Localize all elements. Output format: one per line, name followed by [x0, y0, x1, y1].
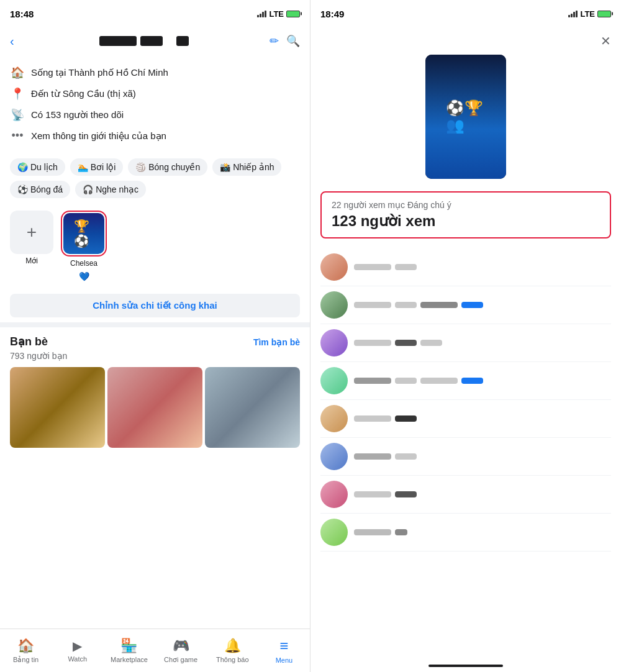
tag-travel[interactable]: 🌍 Du lịch	[10, 158, 65, 176]
find-friends-link[interactable]: Tìm bạn bè	[253, 337, 300, 347]
tag-volleyball[interactable]: 🏐 Bóng chuyền	[128, 158, 207, 176]
chelsea-label: Chelsea	[70, 259, 97, 268]
name-block	[354, 453, 391, 460]
highlight-chelsea[interactable]: Chelsea 💙	[61, 211, 107, 281]
friend-photo-1[interactable]	[10, 367, 105, 448]
viewer-item-3[interactable]	[320, 324, 611, 362]
name-block-sm	[395, 491, 417, 497]
right-signal-icon	[568, 11, 578, 17]
plus-icon: +	[27, 222, 37, 242]
viewer-info-8	[354, 529, 407, 535]
tab-menu[interactable]: ≡ Menu	[258, 632, 310, 669]
right-status-bar: 18:49 LTE	[310, 0, 621, 27]
right-battery-icon	[597, 11, 611, 17]
friends-header: Bạn bè Tìm bạn bè	[10, 335, 300, 348]
viewer-name-blocks-7	[354, 491, 417, 497]
edit-public-details-button[interactable]: Chỉnh sửa chi tiết công khai	[10, 294, 300, 317]
highlight-new[interactable]: + Mới	[10, 211, 53, 281]
stats-box: 22 người xem mục Đáng chú ý 123 người xe…	[320, 191, 611, 238]
home-icon: 🏠	[10, 66, 25, 79]
music-emoji: 🎧	[83, 184, 93, 194]
viewer-name-blocks-1	[354, 264, 417, 270]
viewer-name-blocks-3	[354, 340, 442, 346]
tag-football-label: Bóng đá	[30, 184, 63, 194]
more-info[interactable]: ••• Xem thông tin giới thiệu của bạn	[10, 125, 300, 146]
left-nav-bar: ‹ ✏ 🔍	[0, 27, 310, 55]
divider	[0, 322, 310, 327]
viewers-total-count: 123 người xem	[332, 212, 600, 230]
tag-volleyball-label: Bóng chuyền	[148, 162, 200, 172]
football-emoji: ⚽	[17, 184, 28, 194]
add-highlight-button[interactable]: +	[10, 211, 53, 254]
viewer-item-4[interactable]	[320, 362, 611, 400]
tag-photography[interactable]: 📸 Nhiếp ảnh	[212, 158, 281, 176]
tag-music-label: Nghe nhạc	[96, 184, 138, 194]
viewer-item-8[interactable]	[320, 514, 611, 552]
location-from: 📍 Đến từ Sông Cầu (thị xã)	[10, 83, 300, 104]
home-indicator	[310, 660, 621, 672]
viewer-item-2[interactable]	[320, 286, 611, 324]
search-icon[interactable]: 🔍	[286, 34, 300, 48]
swimming-emoji: 🏊	[78, 162, 88, 172]
close-button[interactable]: ✕	[601, 34, 611, 48]
viewer-item-7[interactable]	[320, 476, 611, 514]
location-from-text: Đến từ Sông Cầu (thị xã)	[31, 88, 136, 99]
viewer-name-blocks-8	[354, 529, 407, 535]
tab-notifications[interactable]: 🔔 Thông báo	[207, 633, 258, 668]
friend-photo-2[interactable]	[107, 367, 202, 448]
tag-swimming[interactable]: 🏊 Bơi lội	[70, 158, 124, 176]
tag-swimming-label: Bơi lội	[91, 162, 116, 172]
tab-marketplace[interactable]: 🏪 Marketplace	[103, 633, 155, 668]
name-block	[354, 415, 391, 422]
right-status-icons: LTE	[568, 9, 611, 19]
photography-emoji: 📸	[220, 162, 230, 172]
friends-grid	[10, 367, 300, 448]
left-panel: 18:48 LTE ‹ ✏ 🔍 🏠 Sống t	[0, 0, 310, 672]
nav-actions: ✏ 🔍	[270, 34, 300, 48]
viewer-avatar-7	[320, 481, 348, 508]
pin-icon: 📍	[10, 87, 25, 101]
home-tab-label: Bảng tin	[13, 656, 39, 664]
gaming-tab-icon: 🎮	[173, 638, 189, 654]
tag-football[interactable]: ⚽ Bóng đá	[10, 181, 70, 198]
battery-icon	[286, 11, 300, 17]
name-block-gray	[420, 302, 458, 308]
dots-icon: •••	[10, 129, 25, 142]
viewer-info-3	[354, 340, 442, 346]
tab-home[interactable]: 🏠 Bảng tin	[0, 633, 52, 669]
viewer-avatar-4	[320, 367, 348, 394]
viewer-name-blocks-6	[354, 453, 417, 460]
nav-block-1	[99, 36, 137, 46]
viewer-info-1	[354, 264, 417, 270]
profile-info: 🏠 Sống tại Thành phố Hồ Chí Minh 📍 Đến t…	[0, 55, 310, 153]
name-block-sm	[395, 302, 417, 308]
tab-watch[interactable]: ▶ Watch	[52, 633, 103, 668]
tag-music[interactable]: 🎧 Nghe nhạc	[75, 181, 146, 198]
marketplace-tab-label: Marketplace	[111, 656, 148, 663]
back-button[interactable]: ‹	[10, 34, 14, 48]
viewer-avatar-3	[320, 329, 348, 356]
story-thumbnail[interactable]	[425, 55, 506, 179]
name-block-sm	[395, 378, 417, 384]
watch-tab-icon: ▶	[73, 638, 82, 653]
viewer-info-2	[354, 302, 483, 308]
notifications-tab-label: Thông báo	[216, 656, 249, 663]
volleyball-emoji: 🏐	[135, 162, 146, 172]
viewer-avatar-5	[320, 405, 348, 432]
more-info-text: Xem thông tin giới thiệu của bạn	[31, 130, 166, 142]
chelsea-heart: 💙	[79, 271, 89, 281]
edit-icon[interactable]: ✏	[270, 34, 279, 48]
story-thumb-content	[425, 55, 506, 179]
viewer-item-5[interactable]	[320, 400, 611, 438]
left-status-icons: LTE	[257, 9, 300, 19]
friends-title: Bạn bè	[10, 335, 48, 348]
viewer-item-1[interactable]	[320, 248, 611, 286]
viewer-item-6[interactable]	[320, 438, 611, 476]
viewer-name-blocks-5	[354, 415, 417, 422]
notifications-tab-icon: 🔔	[224, 638, 241, 654]
friend-photo-3[interactable]	[205, 367, 300, 448]
right-lte-label: LTE	[580, 9, 595, 19]
wifi-icon: 📡	[10, 108, 25, 122]
tab-gaming[interactable]: 🎮 Chơi game	[155, 633, 207, 669]
tag-photography-label: Nhiếp ảnh	[233, 162, 274, 172]
